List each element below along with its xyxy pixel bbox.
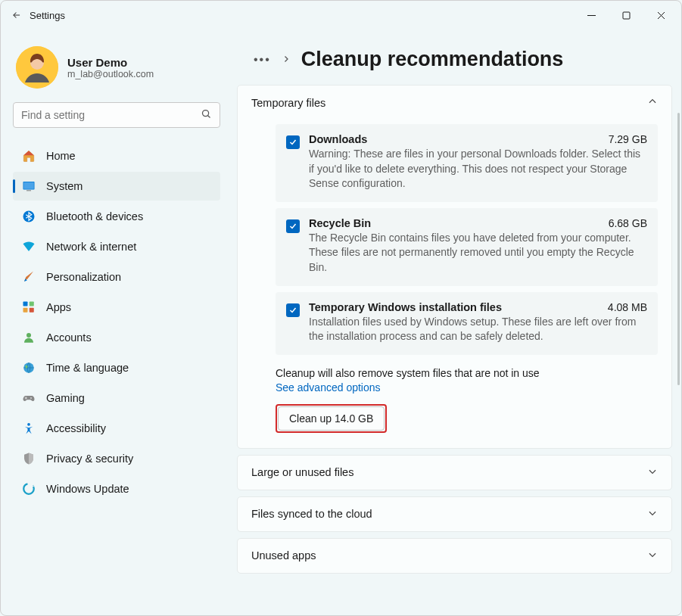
sidebar-item-label: Time & language [46, 362, 129, 374]
sidebar-item-time[interactable]: Time & language [13, 353, 220, 382]
section-header-cloud[interactable]: Files synced to the cloud [238, 497, 671, 531]
section-unused-apps: Unused apps [237, 538, 672, 574]
sidebar-item-label: Accounts [46, 331, 92, 344]
globe-icon [22, 361, 36, 375]
sidebar-item-accounts[interactable]: Accounts [13, 323, 220, 352]
sidebar-item-label: Privacy & security [46, 453, 133, 465]
svg-rect-5 [23, 182, 34, 189]
advanced-options-link[interactable]: See advanced options [276, 381, 381, 404]
window-title: Settings [30, 10, 65, 21]
breadcrumb-more-icon[interactable]: ••• [254, 53, 271, 67]
cleanup-item-downloads[interactable]: Downloads7.29 GB Warning: These are file… [276, 124, 658, 202]
item-desc: Installation files used by Windows setup… [309, 315, 647, 344]
update-icon [22, 482, 36, 496]
sidebar-item-label: Bluetooth & devices [46, 210, 143, 222]
sidebar-item-network[interactable]: Network & internet [13, 232, 220, 261]
avatar [16, 46, 58, 89]
chevron-up-icon [647, 96, 658, 109]
svg-point-3 [203, 110, 209, 116]
section-title: Temporary files [251, 97, 325, 109]
search-field[interactable] [21, 109, 201, 121]
sidebar-item-personalization[interactable]: Personalization [13, 263, 220, 291]
home-icon [22, 149, 36, 163]
main-content: ••• Cleanup recommendations Temporary fi… [228, 30, 681, 615]
titlebar: Settings [1, 1, 681, 30]
bluetooth-icon [22, 210, 36, 223]
item-size: 6.68 GB [609, 217, 647, 229]
brush-icon [22, 270, 36, 284]
minimize-button[interactable] [574, 3, 609, 27]
page-header: ••• Cleanup recommendations [237, 30, 672, 85]
shield-icon [22, 452, 36, 465]
user-name: User Demo [67, 56, 154, 69]
sidebar-item-label: Gaming [46, 392, 85, 404]
sidebar-item-label: Home [46, 150, 76, 162]
wifi-icon [22, 240, 36, 254]
sidebar-item-label: Network & internet [46, 241, 136, 253]
sidebar-item-label: Apps [46, 301, 71, 313]
sidebar-item-label: Accessibility [46, 422, 106, 434]
chevron-down-icon [647, 466, 658, 479]
svg-rect-6 [26, 190, 31, 191]
section-header-large[interactable]: Large or unused files [238, 456, 671, 490]
back-button[interactable] [4, 10, 30, 20]
section-temporary-files: Temporary files Downloads7.29 GB Warning… [237, 85, 672, 449]
svg-point-16 [23, 484, 34, 494]
nav: Home System Bluetooth & devices Network … [13, 142, 220, 503]
svg-point-14 [30, 397, 32, 399]
svg-point-12 [26, 333, 31, 338]
search-input[interactable] [13, 102, 220, 128]
item-size: 4.08 MB [608, 301, 647, 313]
sidebar-item-label: Windows Update [46, 483, 129, 495]
sidebar-item-privacy[interactable]: Privacy & security [13, 444, 220, 473]
cleanup-button-highlight: Clean up 14.0 GB [276, 404, 387, 433]
svg-rect-8 [23, 302, 28, 306]
sidebar: User Demo m_lab@outlook.com Home System … [1, 30, 228, 615]
section-title: Files synced to the cloud [251, 508, 372, 520]
sidebar-item-update[interactable]: Windows Update [13, 474, 220, 503]
svg-point-15 [27, 423, 30, 426]
system-icon [22, 179, 36, 193]
section-header-unused[interactable]: Unused apps [238, 539, 671, 573]
checkbox-downloads[interactable] [286, 135, 300, 149]
sidebar-item-system[interactable]: System [13, 172, 220, 201]
search-icon [201, 108, 212, 123]
item-desc: Warning: These are files in your persona… [309, 147, 647, 191]
accessibility-icon [22, 422, 36, 435]
chevron-down-icon [647, 508, 658, 521]
section-title: Large or unused files [251, 466, 353, 478]
sidebar-item-apps[interactable]: Apps [13, 293, 220, 322]
close-button[interactable] [643, 3, 678, 27]
maximize-button[interactable] [609, 3, 643, 27]
cleanup-button[interactable]: Clean up 14.0 GB [278, 406, 385, 431]
scrollbar[interactable] [677, 113, 680, 385]
section-cloud-files: Files synced to the cloud [237, 496, 672, 532]
item-desc: The Recycle Bin contains files you have … [309, 231, 647, 275]
chevron-down-icon [647, 549, 658, 562]
gamepad-icon [22, 391, 36, 405]
cleanup-note: Cleanup will also remove system files th… [276, 361, 658, 381]
item-name: Temporary Windows installation files [309, 301, 502, 313]
page-title: Cleanup recommendations [301, 48, 564, 71]
sidebar-item-accessibility[interactable]: Accessibility [13, 414, 220, 443]
svg-rect-9 [30, 302, 34, 306]
chevron-right-icon [282, 53, 291, 67]
section-title: Unused apps [251, 549, 316, 562]
item-size: 7.29 GB [609, 133, 647, 145]
person-icon [22, 331, 36, 344]
sidebar-item-gaming[interactable]: Gaming [13, 384, 220, 412]
cleanup-item-tempwin[interactable]: Temporary Windows installation files4.08… [276, 292, 658, 355]
apps-icon [22, 300, 36, 314]
checkbox-tempwin[interactable] [286, 303, 300, 317]
item-name: Recycle Bin [309, 217, 371, 229]
section-large-files: Large or unused files [237, 455, 672, 490]
checkbox-recyclebin[interactable] [286, 219, 300, 233]
item-name: Downloads [309, 133, 367, 145]
user-block[interactable]: User Demo m_lab@outlook.com [13, 30, 220, 102]
sidebar-item-label: Personalization [46, 271, 121, 283]
sidebar-item-home[interactable]: Home [13, 142, 220, 170]
svg-rect-0 [623, 12, 630, 19]
cleanup-item-recyclebin[interactable]: Recycle Bin6.68 GB The Recycle Bin conta… [276, 208, 658, 286]
section-header-temporary[interactable]: Temporary files [238, 86, 671, 120]
sidebar-item-bluetooth[interactable]: Bluetooth & devices [13, 202, 220, 231]
